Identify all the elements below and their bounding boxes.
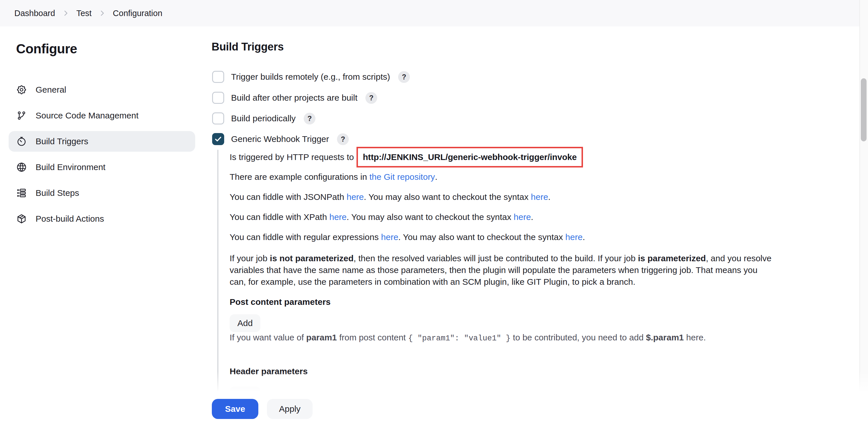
sidebar-item-source-code-management[interactable]: Source Code Management [9,105,195,126]
jenkins-configure-page: Dashboard Test Configuration Configure G… [0,0,868,427]
text: to be contributed, you need to add [510,333,646,342]
config-nav: General Source Code Management Build Tri… [9,79,195,229]
sidebar-item-build-triggers[interactable]: Build Triggers [9,131,195,152]
regex-line: You can fiddle with regular expressions … [229,232,585,242]
chevron-right-icon [62,9,69,17]
text: There are example configurations in [229,172,369,182]
text: . [435,172,437,182]
jsonpath-syntax-link[interactable]: here [531,192,548,202]
text: You can fiddle with JSONPath [229,192,346,202]
globe-icon [16,162,27,173]
checkbox-label[interactable]: Build periodically [231,113,296,123]
text: . You may also want to checkout the synt… [364,192,531,202]
header-parameters-heading: Header parameters [229,366,308,376]
text: If you want value of [229,333,306,342]
page-title: Configure [16,41,77,57]
stopwatch-icon [16,136,27,147]
text: from post content [337,333,408,342]
red-annotation-box: http://JENKINS_URL/generic-webhook-trigg… [356,147,583,167]
jsonpath-line: You can fiddle with JSONPath here. You m… [229,192,551,202]
package-icon [16,214,27,224]
trigger-row-periodically: Build periodically ? [212,112,315,125]
trigger-row-remote: Trigger builds remotely (e.g., from scri… [212,71,410,83]
checkbox-label[interactable]: Generic Webhook Trigger [231,134,329,144]
checkbox-generic-webhook-trigger[interactable] [212,133,224,145]
checkbox-label[interactable]: Trigger builds remotely (e.g., from scri… [231,72,390,82]
example-configurations-line: There are example configurations in the … [229,172,437,182]
help-icon[interactable]: ? [398,71,410,83]
help-icon[interactable]: ? [304,113,315,125]
text: You can fiddle with XPath [229,212,329,222]
breadcrumb-bar: Dashboard Test Configuration [0,0,868,26]
bold-text: is not parameterized [270,254,353,263]
regex-syntax-link[interactable]: here [565,232,583,242]
git-repository-link[interactable]: the Git repository [369,172,435,182]
xpath-fiddle-link[interactable]: here [329,212,346,222]
invoke-url-prefix: Is triggered by HTTP requests to [229,152,354,162]
list-play-icon [16,188,27,198]
invoke-url: http://JENKINS_URL/generic-webhook-trigg… [363,152,577,162]
help-icon[interactable]: ? [365,92,377,104]
bold-text: $.param1 [646,333,684,342]
checkbox-trigger-builds-remotely[interactable] [212,71,224,83]
regex-fiddle-link[interactable]: here [381,232,398,242]
xpath-line: You can fiddle with XPath here. You may … [229,212,533,222]
text: . [583,232,585,242]
gear-icon [16,84,27,95]
apply-button[interactable]: Apply [267,399,313,419]
section-title-build-triggers: Build Triggers [212,41,284,53]
checkbox-build-after-other-projects[interactable] [212,92,224,104]
jsonpath-fiddle-link[interactable]: here [346,192,364,202]
checkbox-label[interactable]: Build after other projects are built [231,93,358,103]
text: . [531,212,533,222]
breadcrumb-dashboard[interactable]: Dashboard [14,9,55,18]
code-text: { "param1": "value1" } [408,334,510,343]
post-content-help-text: If you want value of param1 from post co… [229,333,706,343]
sidebar-item-label: Source Code Management [36,111,138,121]
breadcrumb: Dashboard Test Configuration [14,9,162,18]
text: You can fiddle with regular expressions [229,232,381,242]
invoke-url-line: Is triggered by HTTP requests to http://… [229,146,583,168]
help-icon[interactable]: ? [337,133,349,145]
git-branch-icon [16,110,27,121]
section-indent-line [217,150,218,391]
save-button[interactable]: Save [212,399,258,419]
sidebar-item-label: Build Triggers [36,136,88,146]
trigger-row-after-other-projects: Build after other projects are built ? [212,92,377,104]
check-icon [214,135,222,143]
text: , then the resolved variables will just … [353,254,638,263]
sidebar-item-build-steps[interactable]: Build Steps [9,183,195,203]
sidebar-item-general[interactable]: General [9,79,195,100]
add-post-content-parameter-button[interactable]: Add [229,314,260,332]
sidebar-item-build-environment[interactable]: Build Environment [9,157,195,177]
text: . You may also want to checkout the synt… [347,212,514,222]
sidebar-item-post-build-actions[interactable]: Post-build Actions [9,208,195,229]
xpath-syntax-link[interactable]: here [514,212,531,222]
sidebar-item-label: Post-build Actions [36,214,104,224]
text: . [548,192,551,202]
text: here. [684,333,706,342]
checkbox-build-periodically[interactable] [212,112,224,125]
footer-fade [0,371,868,391]
text: . You may also want to checkout the synt… [398,232,565,242]
bottom-app-bar: Save Apply [0,391,868,427]
post-content-parameters-heading: Post content parameters [229,297,331,307]
breadcrumb-configuration[interactable]: Configuration [113,9,162,18]
scrollbar-thumb[interactable] [861,78,867,141]
sidebar-item-label: Build Steps [36,188,79,198]
sidebar-item-label: Build Environment [36,162,105,172]
scrollbar-track [859,0,868,427]
bold-text: is parameterized [638,254,706,263]
chevron-right-icon [98,9,106,17]
text: If your job [229,254,270,263]
breadcrumb-test[interactable]: Test [76,9,92,18]
bold-text: param1 [306,333,337,342]
parameterized-help-paragraph: If your job is not parameterized, then t… [229,252,774,288]
sidebar-item-label: General [36,85,66,95]
trigger-row-generic-webhook: Generic Webhook Trigger ? [212,133,349,145]
